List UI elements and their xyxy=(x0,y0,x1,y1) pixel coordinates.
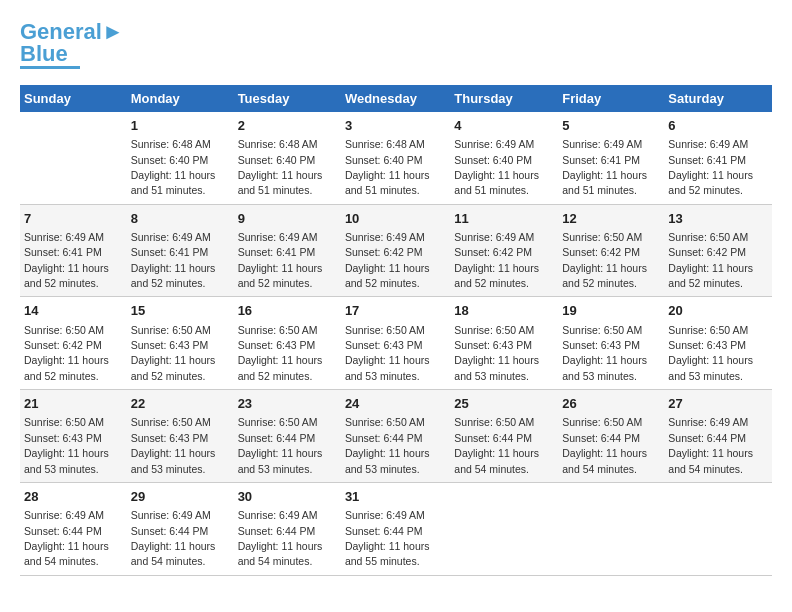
day-cell: 22Sunrise: 6:50 AM Sunset: 6:43 PM Dayli… xyxy=(127,390,234,483)
day-number: 14 xyxy=(24,302,123,320)
day-number: 26 xyxy=(562,395,660,413)
day-number: 23 xyxy=(238,395,337,413)
day-number: 18 xyxy=(454,302,554,320)
day-cell: 4Sunrise: 6:49 AM Sunset: 6:40 PM Daylig… xyxy=(450,112,558,204)
day-cell: 9Sunrise: 6:49 AM Sunset: 6:41 PM Daylig… xyxy=(234,204,341,297)
day-detail: Sunrise: 6:49 AM Sunset: 6:44 PM Dayligh… xyxy=(238,509,323,567)
day-cell xyxy=(558,482,664,575)
day-cell: 27Sunrise: 6:49 AM Sunset: 6:44 PM Dayli… xyxy=(664,390,772,483)
day-number: 16 xyxy=(238,302,337,320)
day-number: 30 xyxy=(238,488,337,506)
day-number: 27 xyxy=(668,395,768,413)
day-detail: Sunrise: 6:49 AM Sunset: 6:41 PM Dayligh… xyxy=(668,138,753,196)
day-cell: 1Sunrise: 6:48 AM Sunset: 6:40 PM Daylig… xyxy=(127,112,234,204)
day-number: 13 xyxy=(668,210,768,228)
day-cell: 30Sunrise: 6:49 AM Sunset: 6:44 PM Dayli… xyxy=(234,482,341,575)
day-detail: Sunrise: 6:50 AM Sunset: 6:43 PM Dayligh… xyxy=(562,324,647,382)
day-cell: 29Sunrise: 6:49 AM Sunset: 6:44 PM Dayli… xyxy=(127,482,234,575)
day-cell xyxy=(664,482,772,575)
day-detail: Sunrise: 6:50 AM Sunset: 6:44 PM Dayligh… xyxy=(454,416,539,474)
day-number: 3 xyxy=(345,117,446,135)
logo-blue: ► xyxy=(102,19,124,44)
day-cell: 7Sunrise: 6:49 AM Sunset: 6:41 PM Daylig… xyxy=(20,204,127,297)
day-number: 1 xyxy=(131,117,230,135)
day-number: 20 xyxy=(668,302,768,320)
day-cell: 3Sunrise: 6:48 AM Sunset: 6:40 PM Daylig… xyxy=(341,112,450,204)
day-detail: Sunrise: 6:50 AM Sunset: 6:44 PM Dayligh… xyxy=(562,416,647,474)
day-number: 15 xyxy=(131,302,230,320)
day-detail: Sunrise: 6:50 AM Sunset: 6:43 PM Dayligh… xyxy=(24,416,109,474)
day-detail: Sunrise: 6:49 AM Sunset: 6:44 PM Dayligh… xyxy=(24,509,109,567)
day-cell: 21Sunrise: 6:50 AM Sunset: 6:43 PM Dayli… xyxy=(20,390,127,483)
day-cell xyxy=(20,112,127,204)
day-number: 7 xyxy=(24,210,123,228)
day-number: 17 xyxy=(345,302,446,320)
day-cell: 31Sunrise: 6:49 AM Sunset: 6:44 PM Dayli… xyxy=(341,482,450,575)
day-number: 21 xyxy=(24,395,123,413)
day-cell: 12Sunrise: 6:50 AM Sunset: 6:42 PM Dayli… xyxy=(558,204,664,297)
day-number: 31 xyxy=(345,488,446,506)
day-cell: 2Sunrise: 6:48 AM Sunset: 6:40 PM Daylig… xyxy=(234,112,341,204)
day-cell: 17Sunrise: 6:50 AM Sunset: 6:43 PM Dayli… xyxy=(341,297,450,390)
day-cell: 6Sunrise: 6:49 AM Sunset: 6:41 PM Daylig… xyxy=(664,112,772,204)
day-number: 9 xyxy=(238,210,337,228)
day-detail: Sunrise: 6:50 AM Sunset: 6:43 PM Dayligh… xyxy=(668,324,753,382)
day-number: 28 xyxy=(24,488,123,506)
day-detail: Sunrise: 6:49 AM Sunset: 6:41 PM Dayligh… xyxy=(562,138,647,196)
day-cell: 15Sunrise: 6:50 AM Sunset: 6:43 PM Dayli… xyxy=(127,297,234,390)
day-detail: Sunrise: 6:50 AM Sunset: 6:43 PM Dayligh… xyxy=(454,324,539,382)
day-cell: 19Sunrise: 6:50 AM Sunset: 6:43 PM Dayli… xyxy=(558,297,664,390)
calendar-table: SundayMondayTuesdayWednesdayThursdayFrid… xyxy=(20,85,772,576)
header: General► Blue xyxy=(20,20,772,69)
day-detail: Sunrise: 6:50 AM Sunset: 6:42 PM Dayligh… xyxy=(24,324,109,382)
day-number: 6 xyxy=(668,117,768,135)
col-header-thursday: Thursday xyxy=(450,85,558,112)
logo-underline xyxy=(20,66,80,69)
day-number: 2 xyxy=(238,117,337,135)
week-row-3: 14Sunrise: 6:50 AM Sunset: 6:42 PM Dayli… xyxy=(20,297,772,390)
day-number: 10 xyxy=(345,210,446,228)
day-detail: Sunrise: 6:49 AM Sunset: 6:44 PM Dayligh… xyxy=(668,416,753,474)
day-cell: 28Sunrise: 6:49 AM Sunset: 6:44 PM Dayli… xyxy=(20,482,127,575)
day-cell: 13Sunrise: 6:50 AM Sunset: 6:42 PM Dayli… xyxy=(664,204,772,297)
day-cell: 24Sunrise: 6:50 AM Sunset: 6:44 PM Dayli… xyxy=(341,390,450,483)
day-detail: Sunrise: 6:49 AM Sunset: 6:40 PM Dayligh… xyxy=(454,138,539,196)
day-number: 5 xyxy=(562,117,660,135)
day-detail: Sunrise: 6:50 AM Sunset: 6:42 PM Dayligh… xyxy=(562,231,647,289)
day-cell: 5Sunrise: 6:49 AM Sunset: 6:41 PM Daylig… xyxy=(558,112,664,204)
day-detail: Sunrise: 6:48 AM Sunset: 6:40 PM Dayligh… xyxy=(238,138,323,196)
day-number: 4 xyxy=(454,117,554,135)
calendar-header-row: SundayMondayTuesdayWednesdayThursdayFrid… xyxy=(20,85,772,112)
day-detail: Sunrise: 6:50 AM Sunset: 6:44 PM Dayligh… xyxy=(238,416,323,474)
day-cell: 11Sunrise: 6:49 AM Sunset: 6:42 PM Dayli… xyxy=(450,204,558,297)
day-cell: 25Sunrise: 6:50 AM Sunset: 6:44 PM Dayli… xyxy=(450,390,558,483)
day-number: 29 xyxy=(131,488,230,506)
day-cell: 20Sunrise: 6:50 AM Sunset: 6:43 PM Dayli… xyxy=(664,297,772,390)
day-cell: 10Sunrise: 6:49 AM Sunset: 6:42 PM Dayli… xyxy=(341,204,450,297)
logo: General► Blue xyxy=(20,20,124,69)
day-detail: Sunrise: 6:50 AM Sunset: 6:42 PM Dayligh… xyxy=(668,231,753,289)
day-number: 22 xyxy=(131,395,230,413)
day-detail: Sunrise: 6:50 AM Sunset: 6:43 PM Dayligh… xyxy=(238,324,323,382)
col-header-monday: Monday xyxy=(127,85,234,112)
day-number: 24 xyxy=(345,395,446,413)
day-number: 8 xyxy=(131,210,230,228)
week-row-1: 1Sunrise: 6:48 AM Sunset: 6:40 PM Daylig… xyxy=(20,112,772,204)
day-detail: Sunrise: 6:49 AM Sunset: 6:41 PM Dayligh… xyxy=(131,231,216,289)
day-detail: Sunrise: 6:48 AM Sunset: 6:40 PM Dayligh… xyxy=(345,138,430,196)
col-header-wednesday: Wednesday xyxy=(341,85,450,112)
col-header-saturday: Saturday xyxy=(664,85,772,112)
day-number: 12 xyxy=(562,210,660,228)
day-detail: Sunrise: 6:49 AM Sunset: 6:44 PM Dayligh… xyxy=(131,509,216,567)
day-detail: Sunrise: 6:49 AM Sunset: 6:44 PM Dayligh… xyxy=(345,509,430,567)
week-row-5: 28Sunrise: 6:49 AM Sunset: 6:44 PM Dayli… xyxy=(20,482,772,575)
day-detail: Sunrise: 6:49 AM Sunset: 6:41 PM Dayligh… xyxy=(238,231,323,289)
day-number: 19 xyxy=(562,302,660,320)
col-header-tuesday: Tuesday xyxy=(234,85,341,112)
week-row-2: 7Sunrise: 6:49 AM Sunset: 6:41 PM Daylig… xyxy=(20,204,772,297)
day-detail: Sunrise: 6:49 AM Sunset: 6:42 PM Dayligh… xyxy=(454,231,539,289)
day-cell xyxy=(450,482,558,575)
col-header-sunday: Sunday xyxy=(20,85,127,112)
day-detail: Sunrise: 6:48 AM Sunset: 6:40 PM Dayligh… xyxy=(131,138,216,196)
day-cell: 16Sunrise: 6:50 AM Sunset: 6:43 PM Dayli… xyxy=(234,297,341,390)
